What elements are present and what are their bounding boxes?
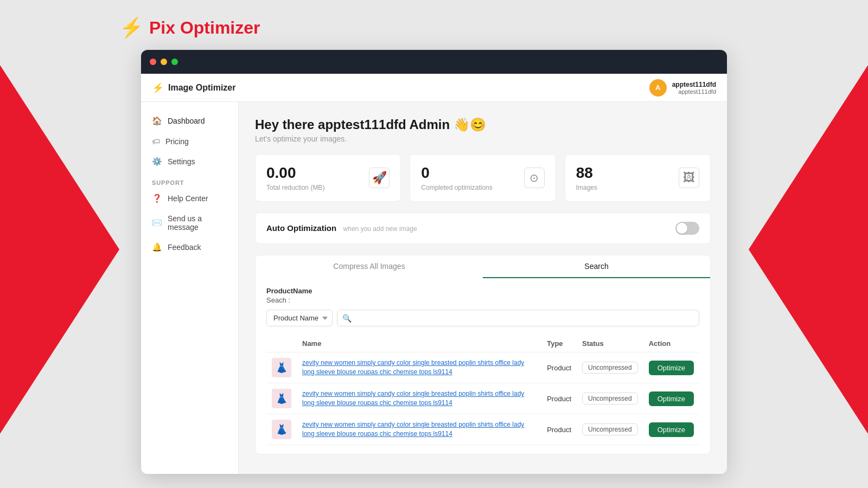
main-content: Hey there apptest111dfd Admin 👋😊 Let's o… <box>239 102 727 474</box>
optimize-button-2[interactable]: Optimize <box>649 422 694 437</box>
bell-icon: 🔔 <box>152 242 162 252</box>
stats-row: 0.00 Total reduction (MB) 🚀 0 Completed … <box>255 154 711 202</box>
app-logo-icon: ⚡ <box>152 82 164 94</box>
brand-lightning-icon: ⚡ <box>119 16 144 39</box>
cell-type-1: Product <box>541 383 577 414</box>
cell-status-1: Uncompressed <box>577 383 643 414</box>
status-badge-2: Uncompressed <box>582 423 638 435</box>
product-link-2[interactable]: zevity new women simply candy color sing… <box>302 421 524 438</box>
auto-opt-sublabel: when you add new image <box>343 225 417 233</box>
tab-compress-all[interactable]: Compress All Images <box>256 255 483 278</box>
cell-name-1: zevity new women simply candy color sing… <box>297 383 541 414</box>
brand-logo: ⚡ Pix Optimizer <box>119 16 260 39</box>
mail-icon: ✉️ <box>152 218 162 228</box>
avatar-letter: A <box>655 84 660 92</box>
stat-card-optimizations: 0 Completed optimizations ⊙ <box>410 154 556 202</box>
stat-card-reduction: 0.00 Total reduction (MB) 🚀 <box>255 154 401 202</box>
help-icon: ❓ <box>152 194 162 203</box>
product-link-0[interactable]: zevity new women simply candy color sing… <box>302 359 524 376</box>
th-image <box>266 335 297 352</box>
sidebar-item-dashboard[interactable]: 🏠 Dashboard <box>141 111 238 131</box>
table-row: 👗 zevity new women simply candy color si… <box>266 383 699 414</box>
search-sub-label: Seach : <box>266 296 699 304</box>
stat-value-images: 88 <box>576 164 597 182</box>
cell-image-1: 👗 <box>266 383 297 414</box>
tab-search-label: Search <box>584 262 608 271</box>
sidebar: 🏠 Dashboard 🏷 Pricing ⚙️ Settings SUPPOR… <box>141 102 239 474</box>
sidebar-item-settings[interactable]: ⚙️ Settings <box>141 151 238 172</box>
optimize-button-1[interactable]: Optimize <box>649 391 694 406</box>
app-header: ⚡ Image Optimizer A apptest111dfd apptes… <box>141 74 727 102</box>
stat-label-reduction: Total reduction (MB) <box>266 184 324 191</box>
cell-image-0: 👗 <box>266 352 297 383</box>
table-row: 👗 zevity new women simply candy color si… <box>266 352 699 383</box>
cell-action-0: Optimize <box>643 352 699 383</box>
toggle-thumb <box>676 223 687 234</box>
sidebar-label-help: Help Center <box>168 194 208 203</box>
search-input[interactable] <box>337 310 699 326</box>
sidebar-item-pricing[interactable]: 🏷 Pricing <box>141 131 238 151</box>
cell-name-0: zevity new women simply candy color sing… <box>297 352 541 383</box>
sidebar-item-help-center[interactable]: ❓ Help Center <box>141 188 238 209</box>
product-link-1[interactable]: zevity new women simply candy color sing… <box>302 390 524 407</box>
brand-name: Pix Optimizer <box>149 18 260 38</box>
tab-compress-all-label: Compress All Images <box>333 262 405 271</box>
sidebar-label-feedback: Feedback <box>168 243 201 252</box>
th-action: Action <box>643 335 699 352</box>
sidebar-item-feedback[interactable]: 🔔 Feedback <box>141 237 238 258</box>
sidebar-label-dashboard: Dashboard <box>168 117 205 125</box>
th-status: Status <box>577 335 643 352</box>
optimize-button-0[interactable]: Optimize <box>649 361 694 375</box>
rocket-icon: 🚀 <box>369 168 390 188</box>
table-row: 👗 zevity new women simply candy color si… <box>266 414 699 445</box>
settings-icon: ⚙️ <box>152 157 162 166</box>
user-email: apptest111dfd <box>678 88 716 95</box>
stat-value-reduction: 0.00 <box>266 164 324 182</box>
cell-type-2: Product <box>541 414 577 445</box>
app-title: Image Optimizer <box>168 83 235 93</box>
product-thumbnail-2: 👗 <box>272 420 291 439</box>
pricing-icon: 🏷 <box>152 137 160 146</box>
greeting-subtitle: Let's optimize your images. <box>255 134 711 143</box>
circle-check-icon: ⊙ <box>524 168 545 188</box>
app-logo: ⚡ Image Optimizer <box>152 82 235 94</box>
sidebar-label-settings: Settings <box>168 157 195 166</box>
product-thumbnail-1: 👗 <box>272 389 291 408</box>
app-layout: 🏠 Dashboard 🏷 Pricing ⚙️ Settings SUPPOR… <box>141 102 727 474</box>
sidebar-label-pricing: Pricing <box>165 137 189 146</box>
image-icon: 🖼 <box>679 168 699 188</box>
search-row: Product Name Type Status 🔍 <box>266 310 699 326</box>
search-select[interactable]: Product Name Type Status <box>266 310 333 326</box>
browser-dot-close[interactable] <box>150 59 156 65</box>
cell-type-0: Product <box>541 352 577 383</box>
sidebar-label-send: Send us a message <box>168 214 227 232</box>
tab-search[interactable]: Search <box>483 255 710 278</box>
filter-label: ProductName <box>266 287 699 295</box>
browser-window: ⚡ Image Optimizer A apptest111dfd apptes… <box>141 50 727 474</box>
cell-status-0: Uncompressed <box>577 352 643 383</box>
support-section-label: SUPPORT <box>141 172 238 188</box>
greeting-title: Hey there apptest111dfd Admin 👋😊 <box>255 117 711 132</box>
cell-name-2: zevity new women simply candy color sing… <box>297 414 541 445</box>
cell-action-2: Optimize <box>643 414 699 445</box>
sidebar-item-send-message[interactable]: ✉️ Send us a message <box>141 209 238 237</box>
tabs-bar: Compress All Images Search <box>255 255 711 278</box>
browser-dot-maximize[interactable] <box>171 59 178 65</box>
avatar: A <box>649 79 667 97</box>
auto-opt-toggle[interactable] <box>675 222 699 235</box>
top-header: ⚡ Pix Optimizer <box>0 0 868 50</box>
stat-value-optimizations: 0 <box>421 164 492 182</box>
cell-action-1: Optimize <box>643 383 699 414</box>
auto-optimization-card: Auto Optimization when you add new image <box>255 213 711 244</box>
user-info: apptest111dfd apptest111dfd <box>672 81 716 95</box>
search-input-wrap: 🔍 <box>337 310 699 326</box>
stat-label-optimizations: Completed optimizations <box>421 184 492 191</box>
browser-dot-minimize[interactable] <box>161 59 167 65</box>
search-icon: 🔍 <box>342 314 352 323</box>
stat-card-images: 88 Images 🖼 <box>565 154 711 202</box>
user-display-name: apptest111dfd <box>672 81 716 88</box>
auto-opt-label: Auto Optimization <box>266 223 336 233</box>
home-icon: 🏠 <box>152 116 162 126</box>
cell-status-2: Uncompressed <box>577 414 643 445</box>
user-area: A apptest111dfd apptest111dfd <box>649 79 716 97</box>
